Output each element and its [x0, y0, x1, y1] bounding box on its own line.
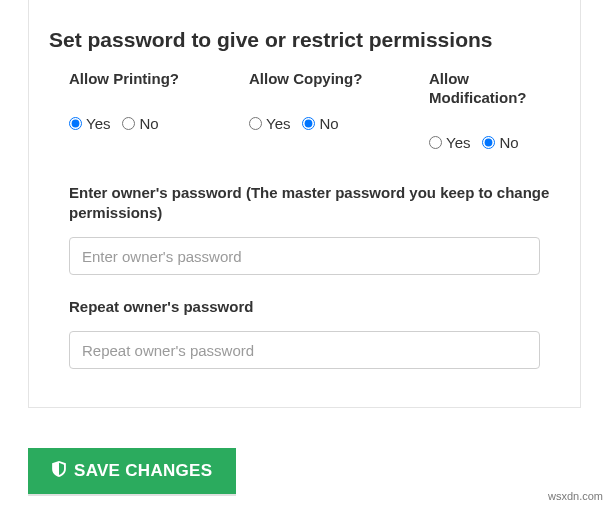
allow-modification-yes[interactable]: Yes	[429, 134, 470, 151]
allow-copying-no-radio[interactable]	[302, 117, 315, 130]
allow-printing-yes-text: Yes	[86, 115, 110, 132]
permissions-panel: Set password to give or restrict permiss…	[28, 0, 581, 408]
allow-copying-yes[interactable]: Yes	[249, 115, 290, 132]
allow-modification-yes-radio[interactable]	[429, 136, 442, 149]
owner-password-input[interactable]	[69, 237, 540, 275]
allow-copying-group: Allow Copying? Yes No	[249, 70, 429, 151]
allow-copying-radios: Yes No	[249, 115, 429, 132]
allow-printing-no[interactable]: No	[122, 115, 158, 132]
save-changes-button[interactable]: SAVE CHANGES	[28, 448, 236, 494]
watermark-text: wsxdn.com	[548, 490, 603, 502]
allow-modification-group: Allow Modification? Yes No	[429, 70, 560, 151]
repeat-password-label: Repeat owner's password	[69, 297, 560, 317]
allow-copying-yes-radio[interactable]	[249, 117, 262, 130]
allow-printing-group: Allow Printing? Yes No	[69, 70, 249, 151]
allow-copying-no-text: No	[319, 115, 338, 132]
allow-printing-no-text: No	[139, 115, 158, 132]
allow-modification-radios: Yes No	[429, 134, 560, 151]
allow-printing-yes[interactable]: Yes	[69, 115, 110, 132]
permissions-row: Allow Printing? Yes No Allow Copying? Ye…	[49, 70, 560, 151]
shield-icon	[52, 461, 74, 482]
allow-printing-no-radio[interactable]	[122, 117, 135, 130]
allow-copying-yes-text: Yes	[266, 115, 290, 132]
allow-printing-radios: Yes No	[69, 115, 249, 132]
allow-modification-yes-text: Yes	[446, 134, 470, 151]
owner-password-label: Enter owner's password (The master passw…	[69, 183, 560, 224]
allow-copying-no[interactable]: No	[302, 115, 338, 132]
allow-modification-label: Allow Modification?	[429, 70, 560, 108]
panel-heading: Set password to give or restrict permiss…	[49, 28, 560, 52]
save-changes-label: SAVE CHANGES	[74, 461, 212, 481]
allow-printing-yes-radio[interactable]	[69, 117, 82, 130]
allow-modification-no-radio[interactable]	[482, 136, 495, 149]
allow-copying-label: Allow Copying?	[249, 70, 429, 89]
allow-printing-label: Allow Printing?	[69, 70, 249, 89]
repeat-password-input[interactable]	[69, 331, 540, 369]
allow-modification-no-text: No	[499, 134, 518, 151]
allow-modification-no[interactable]: No	[482, 134, 518, 151]
